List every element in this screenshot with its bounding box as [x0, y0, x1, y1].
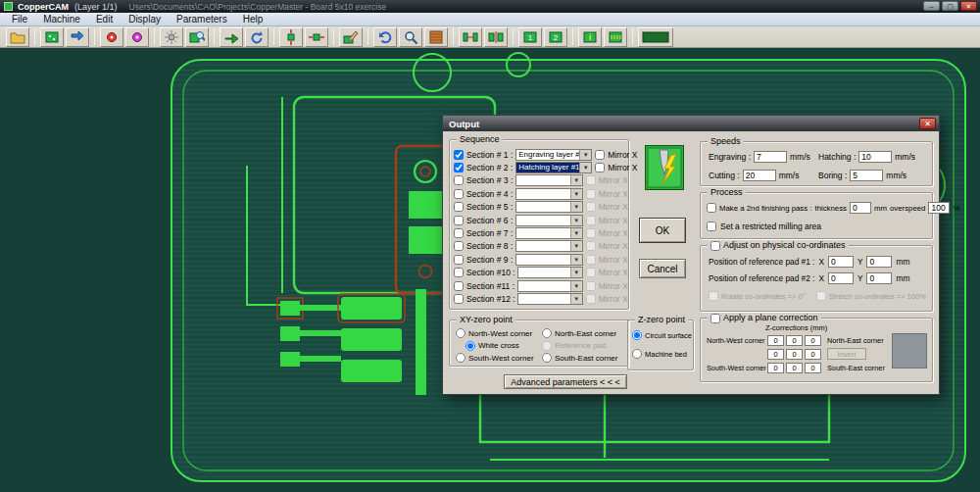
dimensions-icon[interactable] [604, 27, 627, 47]
xy-zero-radio[interactable] [456, 328, 466, 338]
chevron-down-icon[interactable]: ▼ [579, 150, 591, 160]
z-correction-input[interactable] [786, 349, 803, 360]
plane-correction-checkbox[interactable] [710, 314, 720, 323]
engraving-speed-input[interactable] [754, 151, 787, 163]
mirror-x-checkbox[interactable] [586, 268, 596, 277]
open-file-icon[interactable] [6, 27, 29, 47]
section-enable-checkbox[interactable] [454, 150, 464, 160]
stretch-coordinates-checkbox[interactable] [816, 291, 826, 301]
z-correction-input[interactable] [767, 363, 784, 373]
section-enable-checkbox[interactable] [454, 228, 464, 238]
overspeed-input[interactable] [928, 202, 950, 214]
minimize-button[interactable]: – [923, 1, 940, 11]
chevron-down-icon[interactable]: ▼ [570, 216, 582, 225]
drill-red-icon[interactable] [100, 27, 123, 47]
section-enable-checkbox[interactable] [454, 189, 464, 199]
mirror-x-checkbox[interactable] [586, 294, 596, 304]
copper-layer-icon[interactable] [424, 27, 448, 47]
mirror-x-checkbox[interactable] [586, 281, 596, 291]
board-info-icon[interactable]: i [578, 27, 602, 47]
xy-zero-option[interactable]: Reference pad [542, 340, 628, 353]
ok-button[interactable]: OK [639, 218, 686, 243]
mirror-x-checkbox[interactable] [586, 189, 596, 199]
chevron-down-icon[interactable]: ▼ [570, 202, 582, 212]
drill-magenta-icon[interactable] [125, 27, 149, 47]
window-titlebar[interactable]: CopperCAM (Layer 1/1) Users\Documents\CA… [0, 0, 980, 13]
new-board-icon[interactable] [40, 27, 64, 47]
undo-icon[interactable] [373, 27, 397, 47]
mirror-x-checkbox[interactable] [586, 202, 596, 212]
finishing-pass-checkbox[interactable] [707, 203, 716, 213]
chevron-down-icon[interactable]: ▼ [570, 241, 582, 251]
xy-zero-radio[interactable] [456, 353, 466, 363]
z-zero-radio[interactable] [632, 349, 642, 359]
xy-zero-option[interactable]: White cross [466, 340, 542, 353]
section-layer-select[interactable]: ▼ [515, 188, 583, 200]
xy-zero-option[interactable]: North-East corner [542, 327, 628, 340]
z-correction-input[interactable] [786, 335, 803, 346]
cancel-button[interactable]: Cancel [639, 259, 686, 278]
xy-zero-option[interactable]: South-West corner [456, 352, 542, 365]
chevron-down-icon[interactable]: ▼ [570, 281, 582, 291]
machine-gear-icon[interactable] [160, 27, 183, 47]
invert-button[interactable]: Invert [827, 348, 866, 360]
section-layer-select[interactable]: ▼ [515, 215, 583, 226]
section-enable-checkbox[interactable] [454, 281, 464, 291]
section-layer-select[interactable]: ▼ [515, 240, 583, 252]
mirror-x-checkbox[interactable] [595, 150, 605, 160]
section-layer-select[interactable]: ▼ [515, 254, 583, 266]
z-correction-input[interactable] [767, 349, 784, 360]
board-magnifier-icon[interactable] [185, 27, 209, 47]
chevron-down-icon[interactable]: ▼ [579, 163, 591, 172]
menu-file[interactable]: File [4, 13, 35, 25]
menu-edit[interactable]: Edit [88, 13, 121, 25]
engrave-pen-icon[interactable] [339, 27, 363, 47]
menu-parameters[interactable]: Parameters [169, 13, 235, 25]
zoom-icon[interactable] [399, 27, 422, 47]
dialog-close-icon[interactable]: ✕ [919, 118, 936, 129]
center-vertical-icon[interactable] [279, 27, 303, 47]
mirror-x-checkbox[interactable] [586, 241, 596, 251]
section-enable-checkbox[interactable] [454, 268, 464, 277]
restricted-area-checkbox[interactable] [707, 221, 716, 231]
mirror-x-checkbox[interactable] [586, 216, 596, 225]
z-zero-option[interactable]: Circuit surface [632, 330, 693, 340]
pad1-x-input[interactable] [828, 256, 854, 268]
pad1-y-input[interactable] [866, 256, 892, 268]
section-enable-checkbox[interactable] [454, 255, 464, 265]
z-correction-input[interactable] [805, 363, 821, 373]
xy-zero-option[interactable]: South-East corner [542, 352, 628, 365]
output-arrow-icon[interactable] [220, 27, 243, 47]
rotate-icon[interactable] [245, 27, 269, 47]
chevron-down-icon[interactable]: ▼ [570, 255, 582, 265]
transfer-layers-icon[interactable] [66, 27, 89, 47]
section-layer-select[interactable]: ▼ [515, 174, 583, 186]
section-enable-checkbox[interactable] [454, 216, 464, 225]
z-zero-option[interactable]: Machine bed [632, 349, 693, 359]
adjust-coordinates-checkbox[interactable] [710, 241, 720, 251]
chevron-down-icon[interactable]: ▼ [570, 189, 582, 199]
xy-zero-radio[interactable] [542, 353, 552, 363]
mirror-x-checkbox[interactable] [595, 163, 605, 172]
layer1-board-icon[interactable]: 1 [518, 27, 542, 47]
xy-zero-radio[interactable] [542, 328, 552, 338]
section-enable-checkbox[interactable] [454, 294, 464, 304]
section-layer-select[interactable]: ▼ [515, 201, 583, 213]
section-enable-checkbox[interactable] [454, 175, 464, 185]
center-horizontal-icon[interactable] [305, 27, 328, 47]
section-enable-checkbox[interactable] [454, 163, 464, 172]
section-layer-select[interactable]: ▼ [515, 227, 583, 239]
section-layer-select[interactable]: ▼ [517, 293, 583, 305]
xy-zero-option[interactable]: North-West corner [456, 327, 542, 340]
xy-zero-radio[interactable] [542, 341, 552, 351]
pad2-y-input[interactable] [866, 272, 892, 284]
xy-zero-radio[interactable] [466, 341, 475, 351]
mirror-x-checkbox[interactable] [586, 175, 596, 185]
section-layer-select[interactable]: ▼ [517, 267, 583, 278]
menu-display[interactable]: Display [121, 13, 169, 25]
cutting-speed-input[interactable] [743, 170, 776, 181]
chevron-down-icon[interactable]: ▼ [570, 268, 582, 277]
maximize-button[interactable]: ▢ [942, 1, 958, 11]
menu-help[interactable]: Help [235, 13, 271, 25]
hatching-speed-input[interactable] [858, 151, 892, 163]
